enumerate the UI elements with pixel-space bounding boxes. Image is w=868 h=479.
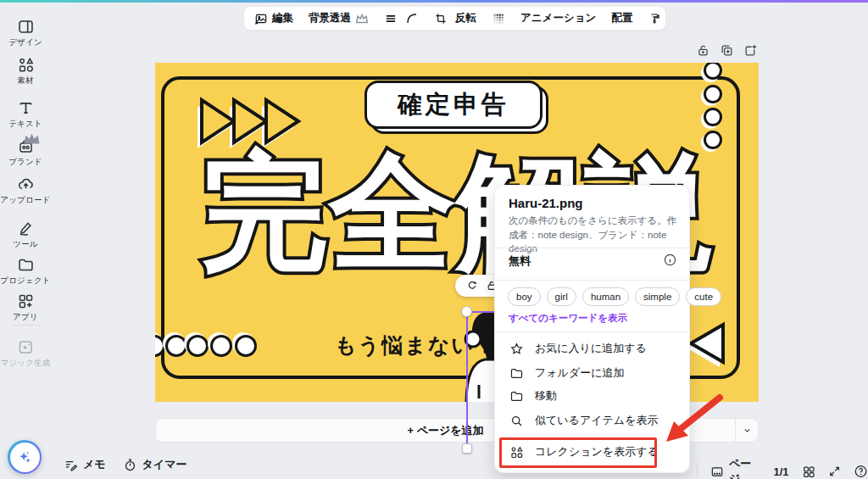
pro-crown-icon — [23, 130, 41, 148]
timer-icon — [123, 458, 137, 472]
menu-item-label: お気に入りに追加する — [535, 341, 647, 356]
sidebar-label: マジック生成 — [0, 358, 50, 369]
annotation-red-box — [499, 437, 657, 468]
sidebar: デザイン 素材 テキスト ブランド アップロード ツール プロジェクト — [0, 3, 51, 479]
fullscreen-icon[interactable] — [828, 465, 841, 478]
dither-icon — [492, 12, 505, 25]
popup-divider — [495, 248, 689, 248]
position-button[interactable]: 配置 — [611, 11, 632, 25]
page-controls — [696, 43, 758, 58]
footer-right: ページ 1/1 — [697, 456, 868, 479]
popup-divider — [495, 280, 689, 281]
curve-button[interactable] — [405, 12, 419, 25]
sidebar-item-design[interactable]: デザイン — [0, 18, 51, 48]
sidebar-item-brand[interactable]: ブランド — [0, 137, 51, 168]
timer-button[interactable]: タイマー — [123, 457, 187, 472]
adjust-button[interactable] — [384, 12, 398, 25]
footer-left: メモ タイマー — [64, 457, 187, 472]
sidebar-item-magic[interactable]: マジック生成 — [0, 338, 51, 369]
sidebar-item-tools[interactable]: ツール — [0, 220, 51, 250]
pages-view-button[interactable]: ページ — [710, 456, 761, 479]
elements-icon — [17, 56, 35, 74]
price-label: 無料 — [509, 253, 531, 269]
sidebar-divider — [10, 325, 41, 326]
edit-image-button[interactable]: 編集 — [254, 11, 293, 25]
keyword-tags: boy girl human simple cute — [508, 287, 721, 306]
deco-dot — [704, 85, 722, 103]
selection-corner-handle[interactable] — [461, 306, 472, 317]
ai-assistant-button[interactable] — [8, 440, 42, 474]
crop-icon — [434, 12, 448, 25]
menu-item-add-favorite[interactable]: お気に入りに追加する — [495, 337, 689, 360]
pages-label: ページ — [729, 456, 760, 479]
memo-button[interactable]: メモ — [64, 457, 106, 472]
add-page-label: + ページを追加 — [407, 423, 483, 438]
add-page-options-button[interactable] — [735, 419, 758, 442]
grid-view-icon[interactable] — [802, 465, 815, 479]
curve-icon — [405, 12, 419, 25]
sidebar-label: アプリ — [13, 312, 38, 323]
flip-button[interactable]: 反転 — [455, 11, 476, 25]
bg-remove-button[interactable]: 背景透過 — [309, 11, 369, 25]
sparkle-icon — [16, 448, 33, 465]
duplicate-page-icon[interactable] — [720, 43, 734, 58]
flip-label: 反転 — [455, 11, 476, 25]
paint-roller-icon — [648, 12, 661, 25]
deco-dot — [704, 108, 722, 126]
sidebar-label: 素材 — [17, 75, 33, 86]
sidebar-item-apps[interactable]: アプリ — [0, 292, 51, 323]
info-icon[interactable] — [663, 253, 677, 267]
keyword-tag[interactable]: simple — [635, 287, 680, 306]
edit-label: 編集 — [272, 11, 293, 25]
design-icon — [17, 18, 35, 36]
memo-icon — [64, 458, 78, 472]
footer-separator — [697, 464, 698, 479]
transparency-button[interactable] — [492, 12, 505, 25]
timer-label: タイマー — [142, 457, 187, 472]
keyword-tag[interactable]: girl — [547, 287, 576, 306]
sidebar-label: デザイン — [8, 37, 42, 48]
memo-label: メモ — [83, 457, 106, 472]
crop-button[interactable] — [434, 12, 448, 25]
search-icon — [509, 414, 524, 428]
animation-label: アニメーション — [520, 11, 596, 25]
keyword-tag[interactable]: human — [582, 287, 629, 306]
keyword-tag[interactable]: cute — [686, 287, 721, 306]
sidebar-label: ツール — [13, 239, 38, 250]
menu-item-add-to-folder[interactable]: フォルダーに追加 — [495, 361, 689, 385]
context-toolbar: 編集 背景透過 反転 — [244, 7, 665, 30]
upload-icon — [17, 175, 35, 193]
sidebar-label: アップロード — [0, 195, 50, 206]
position-label: 配置 — [611, 11, 632, 25]
menu-item-label: 移動 — [535, 388, 557, 404]
tools-icon — [17, 220, 35, 237]
lock-icon[interactable] — [696, 43, 710, 58]
edit-image-icon — [254, 12, 268, 25]
folder-icon — [509, 389, 524, 404]
deco-dot — [165, 335, 187, 357]
canva-editor: デザイン 素材 テキスト ブランド アップロード ツール プロジェクト — [0, 0, 868, 479]
deco-dot — [235, 335, 257, 357]
deco-dot — [704, 131, 722, 149]
sidebar-label: テキスト — [8, 119, 42, 130]
popup-divider — [495, 331, 689, 332]
star-icon — [509, 342, 524, 356]
add-page-icon[interactable] — [743, 43, 758, 58]
rotate-icon[interactable] — [466, 280, 478, 292]
sidebar-item-projects[interactable]: プロジェクト — [0, 256, 51, 287]
sidebar-item-elements[interactable]: 素材 — [0, 56, 51, 86]
keyword-tag[interactable]: boy — [508, 287, 541, 306]
sidebar-item-uploads[interactable]: アップロード — [0, 175, 51, 206]
menu-item-label: 似ているアイテムを表示 — [535, 413, 658, 428]
help-icon[interactable] — [854, 464, 868, 479]
left-arrow-shape[interactable] — [682, 321, 728, 369]
show-all-keywords-link[interactable]: すべてのキーワードを表示 — [509, 312, 627, 325]
selection-side-handle[interactable] — [462, 443, 472, 454]
apps-icon — [17, 292, 35, 310]
ai-assistant-inner — [10, 443, 40, 472]
title-badge[interactable]: 確定申告 — [364, 81, 542, 129]
copy-style-button[interactable] — [648, 12, 661, 25]
sidebar-label: プロジェクト — [0, 276, 51, 287]
sidebar-item-text[interactable]: テキスト — [0, 99, 51, 130]
animation-button[interactable]: アニメーション — [520, 11, 596, 25]
